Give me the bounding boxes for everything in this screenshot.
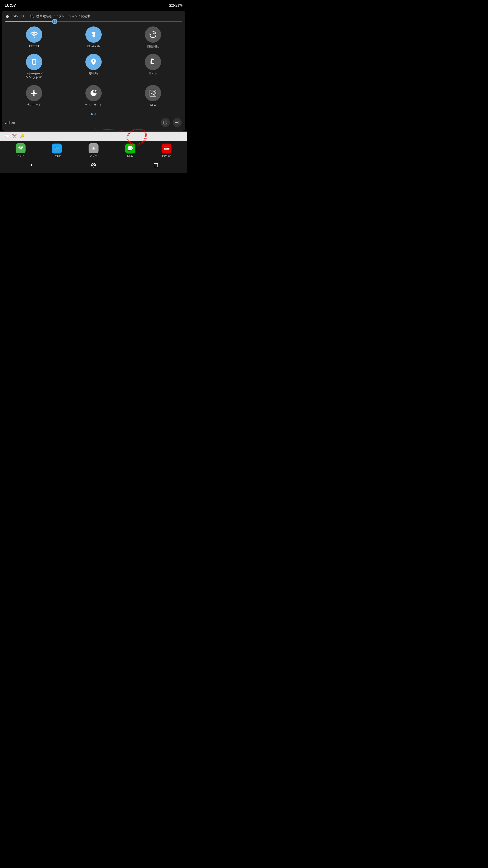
- tile-vibrate[interactable]: マナーモード(バイブあり): [5, 54, 63, 80]
- tile-autorotate[interactable]: 自動回転: [125, 26, 182, 49]
- bottom-apps-row: 🗺 マップ 🐦 Twitter ⊞ アプリ 💬 LINE 💳 PayPay: [0, 143, 187, 159]
- tile-nightlight[interactable]: ナイトライト: [65, 85, 122, 107]
- bottom-app-applist[interactable]: ⊞ アプリ: [89, 143, 98, 158]
- tile-label-bluetooth: Bluetooth: [88, 44, 100, 49]
- autorotate-icon: [149, 31, 157, 39]
- svg-rect-10: [32, 59, 36, 64]
- twitter-app-label: Twitter: [53, 154, 61, 157]
- quick-action-buttons: [161, 118, 182, 127]
- edit-button[interactable]: [161, 118, 170, 127]
- signal-bar-2: [6, 123, 7, 124]
- nav-home-button[interactable]: [89, 161, 98, 170]
- maps-app-icon: 🗺: [15, 143, 26, 153]
- flashlight-icon: [149, 58, 157, 66]
- tile-location[interactable]: 現在地: [65, 54, 122, 80]
- home-icon: [91, 162, 96, 168]
- signal-bar-3: [8, 122, 8, 124]
- line-app-icon: 💬: [125, 144, 135, 153]
- vibration-text: 携帯電話をバイブレーションに設定中: [36, 14, 90, 18]
- tile-label-vibrate: マナーモード(バイブあり): [25, 72, 43, 80]
- recents-icon: [153, 162, 159, 168]
- notification-row: ⏰ 6:45 (土) 📳 携帯電話をバイブレーションに設定中: [5, 14, 182, 21]
- status-right: 21%: [169, 3, 183, 7]
- quick-settings-panel: ⏰ 6:45 (土) 📳 携帯電話をバイブレーションに設定中: [2, 11, 185, 131]
- nav-back-button[interactable]: [27, 161, 36, 170]
- page-dot-2[interactable]: [94, 113, 96, 115]
- tile-circle-location: [86, 54, 102, 70]
- tile-circle-autorotate: [145, 26, 161, 43]
- nav-buttons: [0, 159, 187, 171]
- tile-label-flashlight: ライト: [149, 72, 158, 76]
- status-bar: 10:57 21%: [0, 0, 187, 10]
- taskbar-tools-icon[interactable]: ✂️: [11, 133, 18, 139]
- svg-line-6: [56, 22, 56, 23]
- tiles-grid: TTTTTT Bluetooth: [5, 26, 182, 112]
- bottom-app-twitter[interactable]: 🐦 Twitter: [52, 144, 62, 157]
- twitter-app-icon: 🐦: [52, 144, 62, 153]
- tile-circle-flashlight: [145, 54, 161, 70]
- svg-line-8: [54, 22, 54, 23]
- tile-label-nfc: NFC: [150, 103, 156, 107]
- line-app-label: LINE: [127, 154, 133, 157]
- tile-wifi[interactable]: TTTTTT: [5, 26, 63, 49]
- page-dot-1[interactable]: [91, 113, 93, 115]
- paypay-app-icon: 💳: [162, 144, 171, 153]
- tile-circle-airplane: [26, 85, 42, 101]
- app-taskbar: ✉️ ✂️ 🔑: [0, 131, 187, 141]
- nfc-icon: N: [149, 89, 157, 97]
- svg-rect-17: [152, 59, 154, 60]
- bottom-nav-bar: 🗺 マップ 🐦 Twitter ⊞ アプリ 💬 LINE 💳 PayPay: [0, 141, 187, 174]
- carrier-info: au: [5, 121, 15, 124]
- svg-point-9: [33, 37, 35, 38]
- edit-icon: [163, 121, 167, 125]
- tile-airplane[interactable]: 機内モード: [5, 85, 63, 107]
- signal-bars: [5, 121, 9, 124]
- tile-label-location: 現在地: [89, 72, 98, 76]
- applist-app-icon: ⊞: [89, 143, 98, 153]
- status-time: 10:57: [4, 3, 16, 8]
- tile-circle-bluetooth: [86, 26, 102, 43]
- bottom-app-paypay[interactable]: 💳 PayPay: [162, 144, 171, 157]
- paypay-app-label: PayPay: [162, 154, 171, 157]
- taskbar-mail-icon[interactable]: ✉️: [4, 133, 10, 139]
- bottom-app-line[interactable]: 💬 LINE: [125, 144, 135, 157]
- tile-nfc[interactable]: N NFC: [125, 85, 182, 107]
- brightness-slider[interactable]: [5, 21, 182, 22]
- tile-circle-nightlight: [86, 85, 102, 101]
- brightness-fill: [5, 21, 55, 22]
- tile-label-nightlight: ナイトライト: [85, 103, 102, 107]
- tile-circle-vibrate: [26, 54, 42, 70]
- brightness-row: [5, 21, 182, 26]
- alarm-icon: ⏰: [5, 14, 9, 18]
- nav-recents-button[interactable]: [151, 161, 160, 170]
- bottom-app-maps[interactable]: 🗺 マップ: [15, 143, 26, 158]
- battery-icon: [169, 4, 174, 6]
- taskbar-key-icon[interactable]: 🔑: [19, 133, 25, 139]
- settings-button[interactable]: [173, 118, 182, 127]
- tile-circle-wifi: [26, 26, 42, 43]
- tile-label-wifi: TTTTTT: [29, 44, 39, 49]
- location-icon: [90, 58, 98, 66]
- battery-percent: 21%: [175, 3, 183, 7]
- tile-flashlight[interactable]: ライト: [125, 54, 182, 80]
- quick-bottom-bar: au: [5, 116, 182, 127]
- carrier-name: au: [11, 121, 15, 124]
- bluetooth-icon: [90, 31, 98, 39]
- svg-line-5: [54, 20, 54, 21]
- signal-bar-1: [5, 123, 6, 124]
- svg-line-7: [56, 20, 56, 21]
- svg-text:N: N: [151, 92, 153, 95]
- tile-label-airplane: 機内モード: [27, 103, 41, 107]
- brightness-thumb[interactable]: [52, 19, 57, 24]
- gear-icon: [175, 121, 179, 125]
- svg-rect-26: [154, 163, 158, 167]
- tile-circle-nfc: N: [145, 85, 161, 101]
- nightlight-icon: [90, 89, 98, 97]
- applist-app-label: アプリ: [90, 154, 97, 158]
- vibrate-icon: [30, 58, 38, 66]
- alarm-time: 6:45 (土): [11, 14, 24, 18]
- svg-point-22: [177, 122, 178, 123]
- maps-app-label: マップ: [17, 154, 24, 158]
- tile-bluetooth[interactable]: Bluetooth: [65, 26, 122, 49]
- signal-bar-4: [9, 121, 9, 124]
